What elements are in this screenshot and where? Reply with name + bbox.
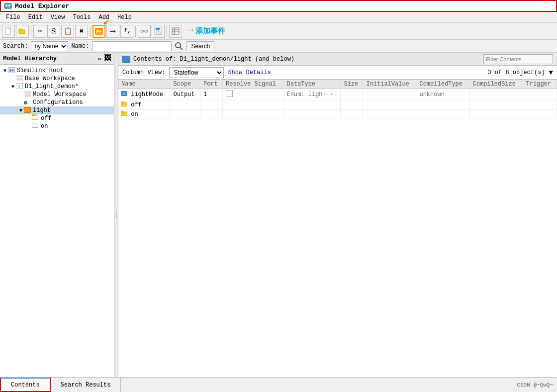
menu-tools[interactable]: Tools [69,13,94,21]
menu-help[interactable]: Help [113,13,136,21]
open-button[interactable] [16,25,29,38]
tree-arrow[interactable]: ▼ [18,108,24,113]
col-size[interactable]: Size [341,80,363,89]
tab-contents[interactable]: Contents [0,378,51,392]
svg-rect-17 [156,28,160,30]
column-view-select[interactable]: Stateflow [169,67,224,78]
cell-name[interactable]: off [118,100,170,110]
image-icon[interactable]: 🖼 [104,54,111,63]
cell-compiledtype [416,100,469,110]
tab-search-results[interactable]: Search Results [51,378,121,392]
col-trigger[interactable]: Trigger [523,80,557,89]
show-details-link[interactable]: Show Details [228,69,271,76]
contents-header: Contents of: D1_light_demon/light (and b… [118,53,557,66]
filter-input[interactable] [483,54,553,64]
tree-arrow [10,76,16,82]
tree-label-d1-light-demon: D1_light_demon* [25,83,79,90]
copy-button[interactable]: ⎘ [47,25,60,38]
cell-scope [170,110,200,119]
d1-light-demon-icon: ⊞ [16,83,24,90]
tree-arrow [18,100,24,105]
table-row[interactable]: D lightMode Output 1 Enum: ligh··· unkno… [118,89,557,100]
column-view-label: Column View: [122,69,165,76]
new-button[interactable] [2,25,15,38]
tree-item-on[interactable]: on [0,122,114,130]
contents-table: Name Scope Port Resolve Signal DataType … [118,80,557,119]
base-workspace-icon [16,75,24,82]
svg-text:SR: SR [9,68,14,73]
app-icon [4,2,12,10]
tree-item-d1-light-demon[interactable]: ▼ ⊞ D1_light_demon* [0,83,114,91]
col-compiledtype[interactable]: CompiledType [416,80,469,89]
cell-size [341,110,363,119]
col-port[interactable]: Port [200,80,222,89]
table-view-button[interactable] [169,25,182,38]
svg-text:E+: E+ [96,30,102,35]
menu-edit[interactable]: Edit [24,13,47,21]
drag-handle[interactable] [114,53,118,377]
app-title: Model Explorer [15,2,69,10]
cell-compiledsize [469,100,523,110]
model-workspace-icon [24,91,32,98]
annotation-text: 添加事件 [195,26,225,36]
row-icon: D [121,91,127,98]
cell-port [200,100,222,110]
cell-resolve[interactable] [222,89,283,100]
title-bar: Model Explorer [0,0,557,12]
tree-arrow [26,124,32,129]
panel-header-icons: ✏ 🖼 [98,54,111,63]
tree-item-base-workspace[interactable]: Base Workspace [0,75,114,83]
save-model-button[interactable] [152,25,165,38]
fx-button[interactable]: fx [120,25,133,38]
sep3 [135,26,136,37]
name-label: Name: [71,43,89,50]
cut-button[interactable]: ✂ [33,25,46,38]
tree-item-off[interactable]: off [0,114,114,122]
paste-button[interactable]: 📋 [61,25,74,38]
col-resolve[interactable]: Resolve Signal [222,80,283,89]
table-row[interactable]: off [118,100,557,110]
cell-name[interactable]: on [118,110,170,119]
tree-item-simulink-root[interactable]: ▼ SR Simulink Root [0,67,114,75]
tree-item-model-workspace[interactable]: Model Workspace [0,91,114,98]
column-view-bar: Column View: Stateflow Show Details 3 of… [118,66,557,80]
tree-arrow[interactable]: ▼ [2,68,8,74]
toolbar: ✂ ⎘ 📋 ✖ E+ ↙ fx → 添加事件 [0,23,557,40]
sep4 [167,26,167,37]
cell-size [341,89,363,100]
row-name: on [131,111,138,118]
delete-button[interactable]: ✖ [75,25,88,38]
tree-item-configurations[interactable]: ⚙ Configurations [0,98,114,106]
col-scope[interactable]: Scope [170,80,200,89]
cell-datatype [283,100,341,110]
on-folder-icon [32,123,40,130]
menu-bar: File Edit View Tools Add Help [0,12,557,23]
tree-item-light[interactable]: ▼ light [0,106,114,114]
svg-point-23 [176,43,181,48]
edit-icon[interactable]: ✏ [98,54,102,63]
menu-add[interactable]: Add [94,13,113,21]
svg-rect-3 [5,6,10,7]
add-event-button[interactable]: E+ ↙ [93,25,105,38]
search-input[interactable] [92,41,172,51]
menu-view[interactable]: View [47,13,69,21]
col-datatype[interactable]: DataType [283,80,341,89]
cell-name[interactable]: D lightMode [118,89,170,100]
col-compiledsize[interactable]: CompiledSize [469,80,523,89]
menu-file[interactable]: File [2,13,24,21]
col-name[interactable]: Name [118,80,170,89]
tree-arrow[interactable]: ▼ [10,84,16,90]
arrow-button[interactable] [106,25,119,38]
search-button[interactable]: Search [186,41,214,51]
link-button[interactable] [138,25,151,38]
tree-label-model-workspace: Model Workspace [33,91,87,98]
search-by-select[interactable]: by Name [31,41,68,51]
filter-icon[interactable]: ▼ [549,69,553,77]
col-initialvalue[interactable]: InitialValue [363,80,416,89]
cell-port: 1 [200,89,222,100]
table-row[interactable]: on [118,110,557,119]
cell-datatype: Enum: ligh··· [283,89,341,100]
sep2 [90,26,91,37]
watermark: CSDN @~QwQ~ [517,378,557,392]
svg-marker-12 [114,30,116,33]
